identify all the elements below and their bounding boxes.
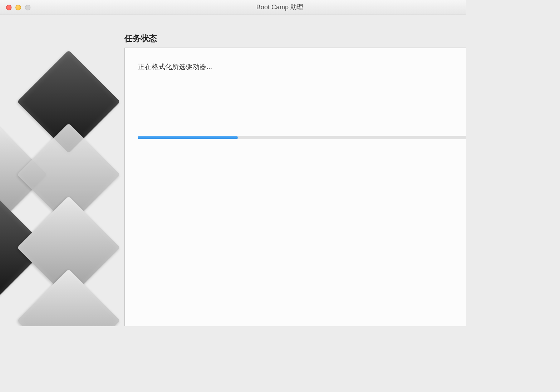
window-traffic-lights (0, 5, 30, 10)
progress-bar (138, 136, 466, 139)
minimize-window-icon[interactable] (15, 5, 21, 10)
maximize-window-icon (25, 5, 31, 10)
window-titlebar: Boot Camp 助理 (0, 0, 466, 15)
bootcamp-logo-icon (0, 52, 120, 326)
window-title: Boot Camp 助理 (0, 3, 466, 11)
status-message: 正在格式化所选驱动器... (138, 63, 212, 72)
progress-bar-fill (138, 136, 237, 139)
panel-heading: 任务状态 (124, 33, 157, 44)
close-window-icon[interactable] (6, 5, 12, 10)
window-content: 任务状态 正在格式化所选驱动器... 停止 MacX (0, 15, 466, 326)
task-status-panel: 正在格式化所选驱动器... (124, 48, 466, 326)
